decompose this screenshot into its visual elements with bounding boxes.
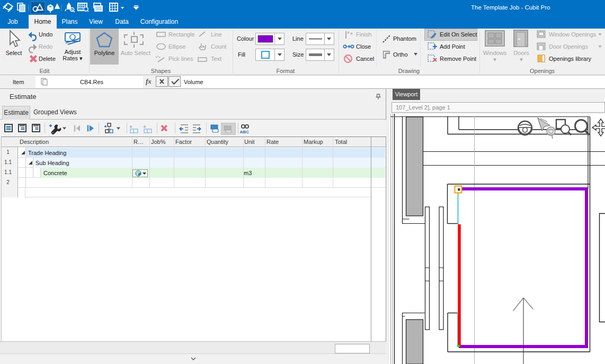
svg-text:ABC: ABC (240, 130, 250, 134)
